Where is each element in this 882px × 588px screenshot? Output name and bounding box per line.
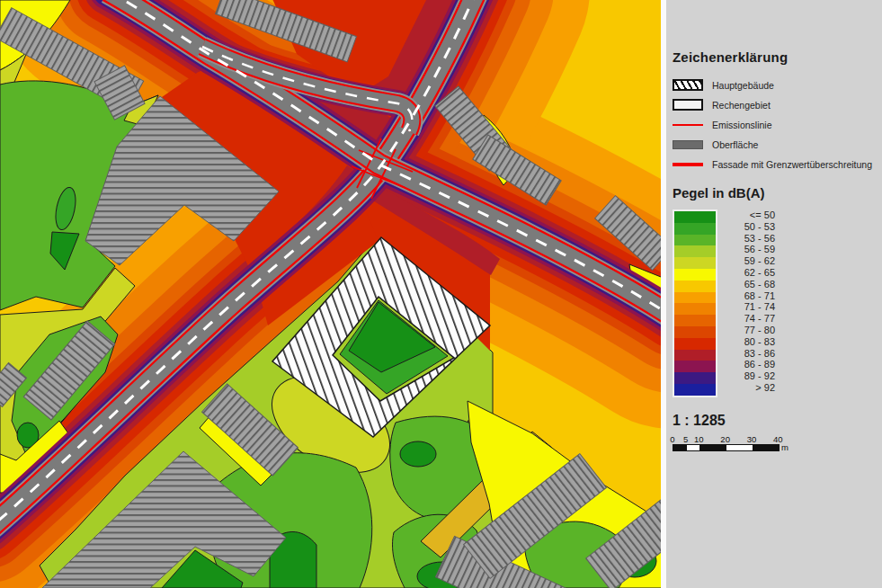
hatch-icon [673, 79, 703, 91]
level-label: 53 - 56 [723, 233, 775, 245]
level-labels: <= 5050 - 5353 - 5656 - 5959 - 6262 - 65… [723, 209, 775, 397]
level-swatch [674, 245, 716, 257]
level-label: 83 - 86 [723, 348, 775, 360]
scalebar-tick: 5 [683, 434, 688, 444]
legend-items: HauptgebäudeRechengebietEmissionslinieOb… [673, 79, 877, 170]
scalebar-segment [673, 445, 687, 450]
level-swatches [673, 209, 717, 397]
level-label: 59 - 62 [723, 255, 775, 267]
scalebar-tick: 20 [720, 434, 730, 444]
level-label: 65 - 68 [723, 279, 775, 290]
level-label: 68 - 71 [723, 290, 775, 302]
legend-panel: Zeichenerklärung HauptgebäudeRechengebie… [666, 0, 882, 588]
level-swatch [674, 211, 716, 223]
level-label: 89 - 92 [723, 370, 775, 382]
level-label: <= 50 [723, 209, 775, 221]
legend-item-label: Rechengebiet [712, 100, 771, 111]
scalebar-tick: 10 [694, 434, 704, 444]
level-swatch [674, 303, 716, 315]
thinred-icon [673, 124, 703, 126]
legend-title: Zeichenerklärung [673, 49, 877, 65]
scalebar: 0510203040 m [673, 434, 798, 454]
level-swatch [674, 223, 716, 235]
thickred-icon [673, 163, 703, 166]
legend-item: Rechengebiet [673, 99, 877, 111]
outline-icon [673, 99, 703, 111]
legend-item-label: Fassade mit Grenzwertüberschreitung [712, 159, 872, 170]
level-label: 86 - 89 [723, 359, 775, 370]
scalebar-bar [673, 444, 780, 451]
legend-item: Fassade mit Grenzwertüberschreitung [673, 158, 877, 170]
legend-item: Emissionslinie [673, 119, 877, 130]
legend-item: Oberfläche [673, 138, 877, 150]
level-swatch [674, 269, 716, 281]
level-swatch [674, 257, 716, 269]
noise-map [0, 0, 661, 588]
level-swatch [674, 361, 716, 372]
level-label: > 92 [723, 382, 775, 394]
legend-item-label: Hauptgebäude [712, 80, 774, 91]
scalebar-ticks: 0510203040 [673, 434, 798, 444]
level-swatch [674, 281, 716, 292]
level-swatch [674, 350, 716, 361]
noise-map-report: { "legend": { "title": "Zeichenerklärung… [0, 0, 882, 588]
level-label: 74 - 77 [723, 313, 775, 325]
level-label: 50 - 53 [723, 221, 775, 233]
level-swatch [674, 326, 716, 338]
level-label: 62 - 65 [723, 267, 775, 279]
level-swatch [674, 292, 716, 304]
level-swatch [674, 338, 716, 350]
levels-title: Pegel in dB(A) [673, 185, 877, 200]
scalebar-tick: 30 [747, 434, 757, 444]
scalebar-segment [753, 445, 779, 450]
level-swatch [674, 235, 716, 246]
level-swatch [674, 384, 716, 396]
legend-item-label: Oberfläche [712, 139, 758, 150]
noise-map-svg [0, 0, 661, 588]
level-swatch [674, 372, 716, 384]
level-label: 71 - 74 [723, 301, 775, 313]
level-swatch [674, 315, 716, 326]
scalebar-tick: 0 [670, 434, 674, 444]
scalebar-unit: m [781, 442, 788, 452]
scalebar-segment [699, 445, 726, 450]
level-scale: <= 5050 - 5353 - 5656 - 5959 - 6262 - 65… [673, 209, 877, 397]
level-label: 77 - 80 [723, 325, 775, 336]
grayfill-icon [673, 140, 703, 149]
legend-item-label: Emissionslinie [712, 120, 772, 130]
level-label: 56 - 59 [723, 244, 775, 255]
level-label: 80 - 83 [723, 336, 775, 348]
legend-item: Hauptgebäude [673, 79, 877, 91]
map-scale-ratio: 1 : 1285 [673, 413, 877, 429]
